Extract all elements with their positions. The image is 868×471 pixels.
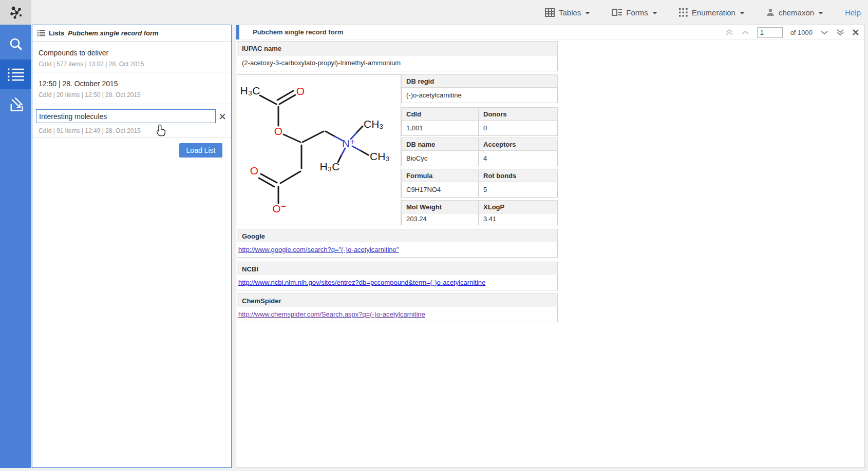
- menu-tables[interactable]: Tables: [545, 8, 590, 17]
- close-form-button[interactable]: [852, 29, 859, 36]
- lists-panel-title: Lists: [49, 29, 64, 37]
- menu-tables-label: Tables: [559, 8, 581, 17]
- chevron-down-icon: [740, 12, 745, 14]
- field-value: 1,001: [402, 121, 478, 135]
- field-label: Donors: [478, 108, 557, 120]
- list-item[interactable]: Compounds to deliver CdId | 577 items | …: [32, 42, 231, 72]
- link-row: http://www.chemspider.com/Search.aspx?q=…: [237, 307, 558, 322]
- search-icon: [8, 37, 24, 52]
- field-value: 5: [478, 182, 557, 197]
- help-link[interactable]: Help: [845, 8, 861, 17]
- field-dbname-acceptors: DB name Acceptors BioCyc 4: [401, 138, 558, 166]
- menu-forms[interactable]: Forms: [612, 8, 657, 17]
- sidebar-item-export[interactable]: [0, 89, 31, 119]
- field-formula-rotbonds: Formula Rot bonds C9H17NO4 5: [401, 169, 558, 198]
- google-search-link[interactable]: http://www.google.com/search?q="(-)o-ace…: [238, 246, 399, 253]
- user-icon: [766, 8, 775, 16]
- enumeration-icon: [679, 8, 688, 17]
- ncbi-search-link[interactable]: http://www.ncbi.nlm.nih.gov/sites/entrez…: [238, 279, 485, 286]
- form-panel-titlebar: Pubchem single record form of 1000: [236, 25, 864, 40]
- list-item-meta: CdId | 20 items | 12:50 | 28. Oct 2015: [39, 91, 226, 105]
- section-label-chemspider: ChemSpider: [237, 293, 558, 308]
- atom-label: H₃C: [320, 161, 340, 172]
- list-rename-input[interactable]: [36, 109, 216, 123]
- top-menu: Tables Forms: [545, 0, 861, 25]
- double-chevron-down-icon: [836, 29, 844, 36]
- close-icon[interactable]: ✕: [218, 112, 227, 122]
- last-record-button[interactable]: [836, 29, 844, 36]
- section-label-ncbi: NCBI: [237, 262, 558, 276]
- atom-label: H₃C: [240, 85, 260, 96]
- panel-accent-bar: [236, 25, 239, 40]
- atom-label: O: [250, 165, 258, 176]
- sidebar-item-lists[interactable]: [0, 60, 31, 89]
- field-label: XLogP: [478, 201, 557, 213]
- atom-label: N⁺: [342, 138, 355, 149]
- list-item-meta: CdId | 91 items | 12:49 | 28. Oct 2015: [39, 127, 226, 141]
- field-label: Mol Weight: [402, 201, 478, 213]
- menu-forms-label: Forms: [626, 8, 648, 17]
- field-cdid-donors: CdId Donors 1,001 0: [401, 107, 558, 136]
- lists-panel-context: Pubchem single record form: [68, 29, 158, 37]
- chevron-down-icon: [820, 30, 828, 35]
- form-panel-title: Pubchem single record form: [253, 28, 343, 36]
- field-value: (-)o-acetylcarnitine: [402, 88, 557, 103]
- link-row: http://www.google.com/search?q="(-)o-ace…: [237, 242, 558, 258]
- previous-record-button[interactable]: [741, 30, 749, 35]
- section-label-google: Google: [237, 229, 558, 243]
- field-value: 4: [478, 151, 557, 166]
- menu-enumeration-label: Enumeration: [692, 8, 735, 17]
- field-value: 0: [478, 121, 557, 135]
- lists-panel: Lists Pubchem single record form Compoun…: [32, 25, 232, 468]
- field-db-regid: DB regid (-)o-acetylcarnitine: [401, 74, 558, 103]
- sidebar-item-search[interactable]: [0, 30, 31, 60]
- chevron-down-icon: [818, 12, 823, 14]
- list-item-editing[interactable]: ✕ CdId | 91 items | 12:49 | 28. Oct 2015: [32, 104, 231, 138]
- form-panel: Pubchem single record form of 1000: [236, 25, 865, 468]
- structure-viewer: H₃C O O N⁺ CH₃ CH₃ H₃C O O⁻: [237, 74, 401, 225]
- lists-icon: [37, 30, 45, 36]
- next-record-button[interactable]: [820, 30, 828, 35]
- menu-user-account[interactable]: chemaxon: [766, 8, 823, 17]
- chevron-down-icon: [652, 12, 657, 14]
- chemspider-search-link[interactable]: http://www.chemspider.com/Search.aspx?q=…: [238, 310, 425, 318]
- field-label: Rot bonds: [478, 169, 557, 182]
- first-record-button[interactable]: [725, 29, 733, 36]
- record-number-input[interactable]: [757, 27, 783, 38]
- atom-label: CH₃: [370, 150, 390, 162]
- field-molweight-xlogp: Mol Weight XLogP 203.24 3.41: [401, 200, 558, 225]
- lists-icon: [8, 68, 24, 81]
- forms-icon: [612, 8, 622, 16]
- chevron-down-icon: [585, 12, 590, 14]
- list-item-title: Compounds to deliver: [39, 49, 226, 57]
- molecule-structure: H₃C O O N⁺ CH₃ CH₃ H₃C O O⁻: [237, 75, 401, 225]
- field-value: BioCyc: [402, 151, 478, 166]
- menu-enumeration[interactable]: Enumeration: [679, 8, 745, 17]
- double-chevron-up-icon: [725, 29, 733, 36]
- field-value: C9H17NO4: [402, 182, 478, 197]
- atom-label: O⁻: [272, 203, 286, 214]
- property-column: DB regid (-)o-acetylcarnitine CdId Donor…: [401, 74, 558, 225]
- field-label: DB regid: [402, 75, 557, 87]
- atom-label: CH₃: [364, 118, 384, 130]
- field-value: 3.41: [478, 213, 557, 225]
- tables-icon: [545, 8, 555, 17]
- left-sidebar: [0, 25, 31, 468]
- record-count-label: of 1000: [790, 29, 813, 36]
- field-label-iupac: IUPAC name: [237, 41, 558, 55]
- app-logo-button[interactable]: [0, 0, 31, 25]
- field-value: 203.24: [402, 213, 478, 225]
- application-window: Tables Forms: [0, 0, 868, 471]
- chevron-up-icon: [741, 30, 749, 35]
- molecule-logo-icon: [8, 4, 24, 21]
- menu-user-label: chemaxon: [779, 8, 814, 17]
- lists-panel-header: Lists Pubchem single record form: [32, 25, 231, 42]
- field-label: Formula: [402, 169, 478, 182]
- list-item-title: 12:50 | 28. October 2015: [39, 80, 226, 88]
- export-icon: [7, 95, 25, 113]
- list-item[interactable]: 12:50 | 28. October 2015 CdId | 20 items…: [32, 72, 231, 104]
- field-label: Acceptors: [478, 138, 557, 150]
- field-label: DB name: [402, 138, 478, 150]
- field-label: CdId: [402, 108, 478, 120]
- load-list-button[interactable]: Load List: [179, 143, 222, 158]
